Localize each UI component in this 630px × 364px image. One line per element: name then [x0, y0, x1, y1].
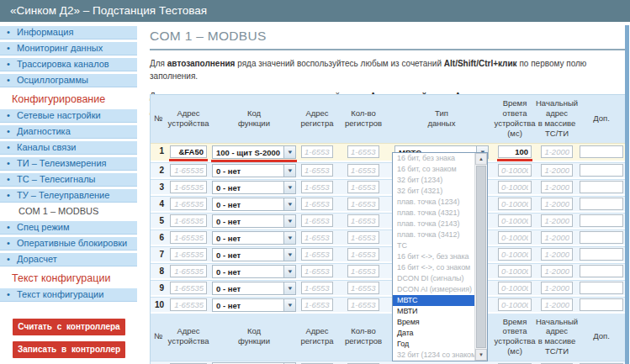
device-address-input[interactable]: [170, 181, 207, 193]
sidebar-item-active[interactable]: COM 1 – MODBUS: [0, 205, 137, 219]
extra-input[interactable]: [580, 298, 623, 311]
sidebar-item[interactable]: •ТУ – Телеуправление: [0, 189, 137, 203]
dropdown-option[interactable]: 16 бит, со знаком: [393, 164, 474, 175]
extra-input[interactable]: [580, 282, 623, 294]
extra-input[interactable]: [580, 248, 623, 261]
start-address-input[interactable]: [541, 181, 573, 193]
dropdown-option[interactable]: DCON DI (сигналы): [393, 273, 474, 284]
device-address-input[interactable]: [170, 145, 207, 158]
response-time-input[interactable]: [498, 198, 532, 210]
dropdown-option[interactable]: DCON AI (измерения): [393, 284, 474, 295]
content-scrollbar[interactable]: [625, 25, 629, 364]
register-address-input[interactable]: [301, 198, 333, 210]
dropdown-option[interactable]: Год: [393, 339, 474, 350]
dropdown-option[interactable]: 32 бит (1234 со знаком): [393, 350, 474, 361]
dropdown-option[interactable]: ТС: [393, 240, 474, 251]
sidebar-item[interactable]: •Дорасчет: [0, 253, 137, 266]
function-code-select[interactable]: 0 - нет▼: [212, 214, 296, 228]
start-address-input[interactable]: [541, 265, 573, 277]
dropdown-scrollbar[interactable]: ▲ ▼: [474, 153, 487, 361]
dropdown-option[interactable]: МВТИ: [393, 306, 474, 317]
response-time-input[interactable]: [498, 214, 532, 227]
register-count-input[interactable]: [347, 248, 379, 261]
register-address-input[interactable]: [301, 181, 333, 193]
sidebar-item[interactable]: •Информация: [0, 26, 137, 40]
function-code-select[interactable]: 0 - нет▼: [212, 198, 296, 211]
extra-input[interactable]: [580, 231, 623, 244]
response-time-input[interactable]: [498, 282, 532, 294]
start-address-input[interactable]: [541, 248, 573, 261]
function-code-select[interactable]: 0 - нет▼: [212, 298, 296, 312]
extra-input[interactable]: [580, 198, 623, 210]
dropdown-option[interactable]: плав. точка (3412): [393, 229, 474, 240]
device-address-input[interactable]: [170, 282, 207, 294]
response-time-input[interactable]: [498, 145, 532, 158]
start-address-input[interactable]: [541, 298, 573, 311]
register-count-input[interactable]: [347, 164, 379, 177]
device-address-input[interactable]: [170, 231, 207, 244]
dropdown-option[interactable]: 16 бит <->, без знака: [393, 251, 474, 262]
extra-input[interactable]: [580, 181, 623, 193]
extra-input[interactable]: [580, 164, 623, 177]
function-code-select[interactable]: 100 - щит S-2000▼: [212, 145, 296, 159]
dropdown-option[interactable]: плав. точка (4321): [393, 208, 474, 219]
function-code-select[interactable]: 0 - нет▼: [212, 164, 296, 177]
extra-input[interactable]: [580, 214, 623, 227]
start-address-input[interactable]: [541, 282, 573, 294]
sidebar-item[interactable]: •ТИ – Телеизмерения: [0, 157, 137, 171]
register-count-input[interactable]: [347, 231, 379, 244]
register-count-input[interactable]: [347, 181, 379, 193]
sidebar-item[interactable]: •Осциллограммы: [0, 74, 137, 87]
dropdown-option[interactable]: МВТС: [393, 295, 474, 306]
sidebar-item[interactable]: •Сетевые настройки: [0, 109, 137, 123]
device-address-input[interactable]: [170, 214, 207, 227]
function-code-select[interactable]: 0 - нет▼: [212, 181, 296, 194]
sidebar-item[interactable]: •Текст конфигурации: [0, 288, 137, 302]
register-address-input[interactable]: [301, 298, 333, 311]
scroll-up-icon[interactable]: ▲: [475, 153, 487, 165]
response-time-input[interactable]: [498, 181, 532, 193]
device-address-input[interactable]: [170, 164, 207, 177]
function-code-select[interactable]: 0 - нет▼: [212, 282, 296, 295]
register-address-input[interactable]: [301, 164, 333, 177]
dropdown-option[interactable]: 16 бит <->, со знаком: [393, 262, 474, 273]
device-address-input[interactable]: [170, 265, 207, 277]
sidebar-item[interactable]: •Диагностика: [0, 125, 137, 139]
function-code-select[interactable]: 0 - нет▼: [212, 231, 296, 245]
dropdown-option[interactable]: Время: [393, 317, 474, 328]
device-address-input[interactable]: [170, 298, 207, 311]
dropdown-option[interactable]: плав. точка (1234): [393, 197, 474, 208]
response-time-input[interactable]: [498, 248, 532, 261]
register-count-input[interactable]: [347, 214, 379, 227]
write-to-controller-button[interactable]: Записать в контроллер: [13, 341, 125, 358]
register-address-input[interactable]: [301, 231, 333, 244]
sidebar-item[interactable]: •Трассировка каналов: [0, 58, 137, 71]
register-count-input[interactable]: [347, 298, 379, 311]
start-address-input[interactable]: [541, 214, 573, 227]
start-address-input[interactable]: [541, 198, 573, 210]
register-address-input[interactable]: [301, 265, 333, 277]
read-from-controller-button[interactable]: Считать с контроллера: [13, 319, 125, 335]
function-code-select[interactable]: 0 - нет▼: [212, 265, 296, 278]
register-address-input[interactable]: [301, 248, 333, 261]
register-count-input[interactable]: [347, 265, 379, 277]
response-time-input[interactable]: [498, 265, 532, 277]
register-address-input[interactable]: [301, 145, 333, 158]
response-time-input[interactable]: [498, 164, 532, 177]
extra-input[interactable]: [580, 265, 623, 277]
response-time-input[interactable]: [498, 298, 532, 311]
sidebar-item[interactable]: •Каналы связи: [0, 141, 137, 155]
start-address-input[interactable]: [541, 231, 573, 244]
start-address-input[interactable]: [541, 145, 573, 158]
sidebar-item[interactable]: •ТС – Телесигналы: [0, 173, 137, 187]
dropdown-option[interactable]: Дата: [393, 328, 474, 339]
start-address-input[interactable]: [541, 164, 573, 177]
dropdown-option[interactable]: 32 бит (1234): [393, 175, 474, 186]
device-address-input[interactable]: [170, 198, 207, 210]
register-address-input[interactable]: [301, 282, 333, 294]
device-address-input[interactable]: [170, 248, 207, 261]
sidebar-item[interactable]: •Мониторинг данных: [0, 42, 137, 55]
register-count-input[interactable]: [347, 198, 379, 210]
scrollbar-thumb[interactable]: [476, 166, 486, 348]
extra-input[interactable]: [580, 145, 623, 158]
